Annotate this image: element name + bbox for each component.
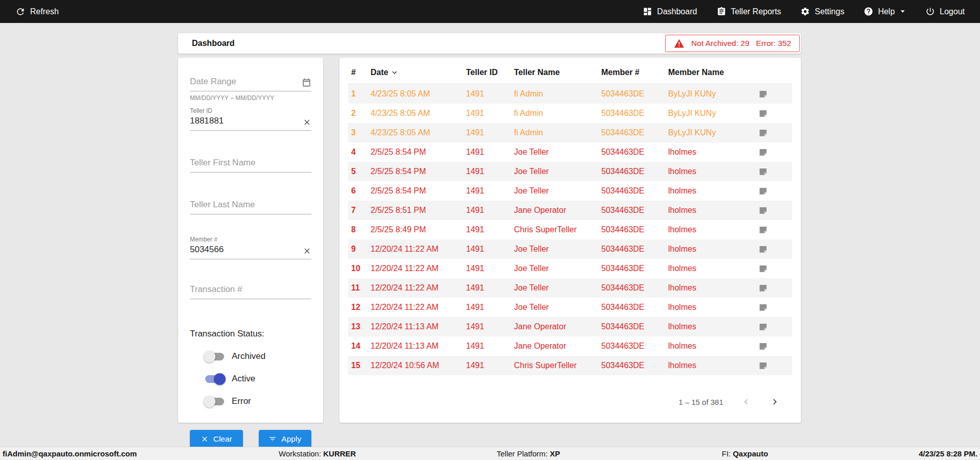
toggle-row-archived[interactable]: Archived [205, 351, 311, 361]
status-alert-badge[interactable]: Not Archived: 29 Error: 352 [665, 35, 800, 52]
sort-desc-icon [391, 70, 398, 75]
error-toggle[interactable] [205, 398, 224, 405]
fi-label: FI: [722, 449, 731, 458]
nav-settings[interactable]: Settings [800, 7, 844, 16]
cell-teller-id: 1491 [466, 162, 514, 181]
col-header-member-name[interactable]: Member Name [668, 65, 757, 84]
note-icon[interactable] [758, 148, 768, 157]
note-icon[interactable] [758, 186, 768, 196]
note-icon[interactable] [758, 322, 768, 331]
nav-teller-reports[interactable]: Teller Reports [717, 7, 781, 16]
cell-teller-name: Chris SuperTeller [514, 220, 601, 239]
toggle-row-active[interactable]: Active [205, 374, 311, 384]
col-header-member-number[interactable]: Member # [601, 65, 668, 84]
table-row[interactable]: 82/5/25 8:49 PM1491Chris SuperTeller5034… [348, 220, 792, 239]
cell-teller-id: 1491 [466, 239, 514, 259]
note-icon[interactable] [758, 225, 768, 234]
cell-member-name: lholmes [668, 181, 757, 201]
transaction-number-input[interactable] [190, 283, 311, 299]
workstation-value: KURRER [323, 449, 356, 458]
cell-row-number: 2 [348, 104, 371, 123]
cell-note [757, 317, 792, 336]
workstation-label: Workstation: [279, 449, 321, 458]
cell-teller-id: 1491 [466, 278, 514, 298]
current-datetime: 4/23/25 8:28 PM. [919, 447, 977, 460]
member-number-input[interactable] [190, 243, 311, 259]
col-header-teller-id[interactable]: Teller ID [466, 65, 514, 84]
teller-first-name-input[interactable] [190, 156, 311, 172]
note-icon[interactable] [758, 264, 768, 273]
note-icon[interactable] [758, 109, 768, 118]
note-icon[interactable] [758, 167, 768, 176]
table-row[interactable]: 72/5/25 8:51 PM1491Jane Operator5034463D… [348, 201, 792, 220]
nav-logout-label: Logout [940, 7, 965, 16]
table-row[interactable]: 1312/20/24 11:13 AM1491Jane Operator5034… [348, 317, 792, 336]
clear-teller-id-icon[interactable] [303, 118, 311, 127]
warning-triangle-icon [674, 38, 684, 49]
table-row[interactable]: 912/20/24 11:22 AM1491Joe Teller5034463D… [348, 239, 792, 259]
teller-last-name-input[interactable] [190, 198, 311, 214]
table-row[interactable]: 52/5/25 8:54 PM1491Joe Teller5034463DElh… [348, 162, 792, 181]
note-icon[interactable] [758, 245, 768, 254]
note-icon[interactable] [758, 303, 768, 312]
teller-id-input[interactable] [190, 114, 311, 130]
nav-logout[interactable]: Logout [925, 7, 965, 16]
cell-note [757, 356, 792, 375]
filter-actions: Clear Apply [190, 430, 311, 448]
cell-row-number: 6 [348, 181, 371, 201]
cell-teller-name: fi Admin [514, 123, 601, 142]
error-toggle-label: Error [232, 396, 251, 406]
nav-dashboard-label: Dashboard [657, 7, 697, 16]
note-icon[interactable] [758, 283, 768, 293]
table-row[interactable]: 42/5/25 8:54 PM1491Joe Teller5034463DElh… [348, 142, 792, 162]
table-row[interactable]: 1212/20/24 11:22 AM1491Joe Teller5034463… [348, 298, 792, 317]
toggle-row-error[interactable]: Error [205, 396, 311, 406]
cell-teller-id: 1491 [466, 142, 514, 162]
cell-member-number: 5034463DE [601, 201, 668, 220]
apply-button[interactable]: Apply [259, 430, 312, 448]
col-header-teller-name[interactable]: Teller Name [514, 65, 601, 84]
cell-row-number: 11 [348, 278, 371, 298]
table-row[interactable]: 1012/20/24 11:22 AM1491Joe Teller5034463… [348, 259, 792, 278]
cell-date: 12/20/24 11:13 AM [371, 336, 466, 356]
col-header-date[interactable]: Date [371, 65, 466, 84]
fi-value: Qaxpauto [733, 449, 768, 458]
cell-note [757, 123, 792, 142]
note-icon[interactable] [758, 128, 768, 137]
filters-panel: MM/DD/YYYY – MM/DD/YYYY Teller ID Member… [178, 58, 323, 423]
cell-date: 2/5/25 8:54 PM [371, 181, 466, 201]
nav-help[interactable]: Help [864, 7, 906, 16]
table-row[interactable]: 1112/20/24 11:22 AM1491Joe Teller5034463… [348, 278, 792, 298]
status-bar: fiAdmin@qaxpauto.onmicrosoft.com Worksta… [0, 447, 980, 460]
nav-dashboard[interactable]: Dashboard [643, 7, 697, 16]
pagination-next-icon[interactable] [769, 396, 780, 407]
cell-date: 2/5/25 8:54 PM [371, 162, 466, 181]
archived-toggle[interactable] [205, 353, 224, 360]
table-row[interactable]: 14/23/25 8:05 AM1491fi Admin5034463DEByL… [348, 84, 792, 104]
calendar-icon[interactable] [302, 78, 311, 87]
cell-member-name: lholmes [668, 298, 757, 317]
active-toggle[interactable] [205, 375, 224, 383]
table-row[interactable]: 34/23/25 8:05 AM1491fi Admin5034463DEByL… [348, 123, 792, 142]
table-row[interactable]: 24/23/25 8:05 AM1491fi Admin5034463DEByL… [348, 104, 792, 123]
cell-note [757, 259, 792, 278]
cell-member-name: ByLyJI KUNy [668, 84, 757, 104]
cell-date: 4/23/25 8:05 AM [371, 104, 466, 123]
pagination-prev-icon[interactable] [741, 396, 752, 407]
teller-first-name-field [190, 156, 311, 173]
note-icon[interactable] [758, 206, 768, 215]
note-icon[interactable] [758, 342, 768, 351]
clear-button[interactable]: Clear [190, 430, 243, 448]
date-range-input[interactable] [190, 75, 311, 91]
cell-member-number: 5034463DE [601, 220, 668, 239]
note-icon[interactable] [758, 89, 768, 99]
cell-teller-id: 1491 [466, 123, 514, 142]
refresh-button[interactable]: Refresh [15, 7, 59, 17]
clear-member-number-icon[interactable] [303, 247, 311, 255]
note-icon[interactable] [758, 361, 768, 370]
table-row[interactable]: 62/5/25 8:54 PM1491Joe Teller5034463DElh… [348, 181, 792, 201]
cell-date: 12/20/24 10:56 AM [371, 356, 466, 375]
table-row[interactable]: 1512/20/24 10:56 AM1491Chris SuperTeller… [348, 356, 792, 375]
cell-date: 4/23/25 8:05 AM [371, 123, 466, 142]
table-row[interactable]: 1412/20/24 11:13 AM1491Jane Operator5034… [348, 336, 792, 356]
